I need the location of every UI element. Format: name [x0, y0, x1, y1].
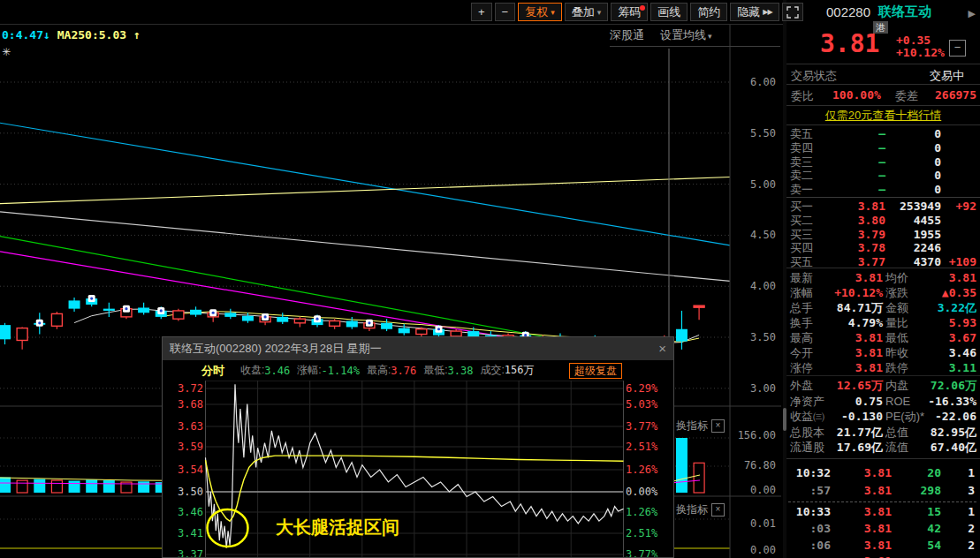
chouma-button[interactable]: 筹码 — [611, 3, 648, 21]
next-stock-icon[interactable]: ▶ — [969, 8, 976, 19]
red-dot-icon — [640, 5, 645, 11]
tick-price: 3.81 — [864, 503, 892, 520]
stat-value: 3.81 — [855, 270, 883, 285]
sell-row[interactable]: 卖二—0 — [786, 169, 980, 183]
switch-indicator-button-volume[interactable]: 换指标× — [676, 418, 725, 434]
vol-value: 156万 — [505, 363, 535, 378]
draw-line-button[interactable]: 画线 — [650, 3, 688, 21]
popup-titlebar[interactable]: 联络互动(002280) 2022年3月28日 星期一 × — [163, 337, 673, 360]
level-label: 卖一 — [790, 183, 813, 197]
divider — [786, 375, 980, 376]
sell-row[interactable]: 卖一—0 — [786, 183, 980, 197]
buy-row[interactable]: 买二3.804455 — [786, 214, 980, 228]
close-icon[interactable]: × — [658, 337, 666, 360]
tab-fenshi[interactable]: 分时 — [201, 363, 224, 379]
stat-value: -0.130 — [841, 409, 883, 424]
stock-name[interactable]: 联络互动 — [878, 4, 931, 20]
tick-row[interactable]: :033.81422 — [786, 520, 980, 537]
buy-row[interactable]: 买三3.791955 — [786, 228, 980, 242]
stat-label: 总股本 — [790, 425, 824, 440]
intraday-popup: 联络互动(002280) 2022年3月28日 星期一 × 分时 收盘:3.46… — [162, 336, 674, 558]
close-value: 3.46 — [264, 365, 290, 377]
sell-row[interactable]: 卖五—0 — [786, 127, 980, 141]
tick-price: 3.81 — [864, 520, 892, 537]
hide-button[interactable]: 隐藏▶▶ — [730, 3, 779, 21]
up-arrow-icon: ↑ — [133, 28, 141, 41]
chevron-down-icon: ▾ — [708, 32, 712, 41]
stat-row: 换手4.79%量比5.93 — [786, 315, 980, 330]
buy-row[interactable]: 买一3.81253949+92 — [786, 200, 980, 214]
close-icon[interactable]: × — [711, 419, 725, 433]
super-replay-button[interactable]: 超级复盘 — [569, 363, 622, 379]
stat-row: 总股本21.77亿总值82.95亿 — [786, 425, 980, 440]
level-label: 买四 — [790, 241, 813, 255]
tick-price: 3.81 — [864, 464, 892, 481]
close-icon[interactable]: × — [711, 503, 725, 517]
svg-text:0.01: 0.01 — [750, 517, 776, 530]
collapse-button[interactable]: − — [949, 40, 966, 57]
switch-indicator-button-sub[interactable]: 换指标× — [676, 502, 725, 517]
stat-label: ROE — [885, 394, 910, 409]
stat-label: 跌停 — [885, 360, 908, 375]
last-price: 3.81 — [820, 29, 879, 58]
stat-row: 净资产0.75ROE-16.33% — [786, 394, 980, 409]
stat-label: 换手 — [790, 315, 813, 330]
svg-text:3.50: 3.50 — [750, 331, 776, 343]
stat-label: 量比 — [885, 315, 908, 330]
expand-icon — [786, 6, 799, 19]
double-arrow-icon: ▶▶ — [763, 8, 771, 16]
chart-toolbar: + − 复权▾ 叠加▾ 筹码 画线 简约 隐藏▶▶ — [471, 0, 803, 24]
tick-volume: 20 — [927, 464, 941, 481]
overlay-button[interactable]: 叠加▾ — [565, 3, 609, 21]
stat-label: 涨停 — [790, 360, 813, 375]
stat-value: -22.06 — [935, 409, 976, 424]
stat-value: 3.46 — [949, 345, 976, 360]
svg-text:3.63: 3.63 — [178, 420, 203, 433]
tick-row[interactable]: 10:323.81201 — [786, 464, 980, 481]
stat-label: 今开 — [790, 345, 813, 360]
event-marker — [262, 313, 269, 320]
zoom-in-button[interactable]: + — [471, 3, 492, 21]
stat-value: ▲0.35 — [942, 285, 976, 300]
ma120-legend: 0:4.47 — [2, 28, 43, 41]
tick-volume: 42 — [927, 520, 941, 537]
fullscreen-button[interactable] — [782, 3, 803, 21]
level-volume: 0 — [934, 183, 941, 197]
high-label: 最高: — [367, 363, 391, 378]
tick-row[interactable]: 3.81 — [786, 553, 980, 558]
svg-text:4.00: 4.00 — [750, 280, 776, 292]
tick-row[interactable]: :063.81542 — [786, 537, 980, 554]
stat-label: 内盘 — [885, 378, 908, 393]
sell-row[interactable]: 卖三—0 — [786, 155, 980, 170]
event-marker — [314, 315, 321, 322]
stat-value: 3.67 — [949, 330, 976, 345]
shengutong-label[interactable]: 深股通 — [610, 27, 644, 43]
stat-row: 外盘12.65万内盘72.06万 — [786, 378, 980, 393]
svg-text:3.50: 3.50 — [178, 486, 203, 498]
stat-value: 3.81 — [855, 330, 883, 345]
level-label: 卖五 — [790, 127, 813, 141]
simple-mode-button[interactable]: 简约 — [690, 3, 727, 21]
stat-row: 流通股17.69亿流值67.40亿 — [786, 440, 980, 455]
tick-row[interactable]: 10:333.81151 — [786, 503, 980, 520]
upgrade-link[interactable]: 仅需20元查看十档行情 — [786, 108, 980, 124]
tick-count: 3 — [968, 482, 975, 499]
stat-label: 流值 — [885, 440, 908, 455]
fuquan-button[interactable]: 复权▾ — [518, 3, 562, 21]
price-change: +0.35 — [896, 34, 931, 47]
zoom-out-button[interactable]: − — [495, 3, 516, 21]
level-label: 买三 — [790, 228, 813, 242]
tick-row[interactable]: :573.812983 — [786, 482, 980, 499]
set-ma-button[interactable]: 设置均线▾ — [660, 27, 712, 43]
event-marker — [123, 305, 130, 313]
stat-label: PE(动)* — [885, 409, 924, 424]
tick-price: 3.81 — [864, 482, 892, 499]
stat-value: 3.22亿 — [938, 300, 976, 315]
annotation-text: 大长腿活捉区间 — [276, 517, 399, 538]
popup-title: 联络互动(002280) 2022年3月28日 星期一 — [170, 342, 382, 355]
buy-row[interactable]: 买四3.782246 — [786, 241, 980, 255]
tick-volume: 298 — [921, 482, 941, 499]
sell-row[interactable]: 卖四—0 — [786, 141, 980, 155]
intraday-chart[interactable]: 3.723.683.633.593.543.503.463.413.376.29… — [163, 381, 673, 557]
weicha-label: 委差 — [895, 88, 918, 104]
